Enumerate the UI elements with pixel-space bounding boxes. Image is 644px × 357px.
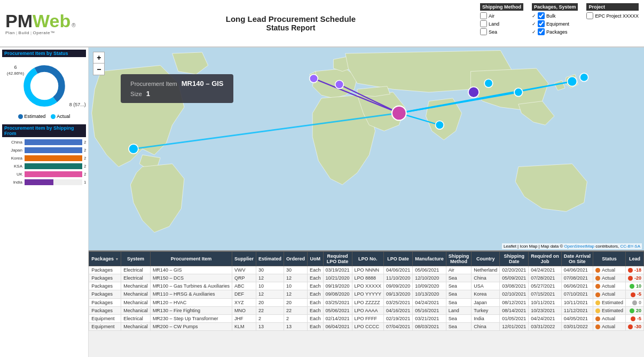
filter-land: Land [480, 20, 523, 27]
col-packages: Packages ▼ [89, 252, 121, 266]
logo-web: Web [33, 12, 70, 30]
lead-dot [628, 324, 633, 329]
lead-dot [630, 284, 634, 289]
filter-land-checkbox[interactable] [480, 20, 487, 27]
tooltip-size-value: 1 [146, 90, 150, 98]
col-lead: Lead [625, 252, 643, 266]
logo-registered: ® [72, 23, 75, 28]
bar-row-korea: Korea 2 [2, 155, 86, 161]
svg-point-16 [514, 88, 523, 97]
donut-wrapper: 6(42.86%) 8 (57...) [12, 59, 76, 113]
data-table: Packages ▼ System Procurement Item Suppl… [89, 251, 644, 331]
bar-row-uk: UK 2 [2, 171, 86, 177]
tooltip-item-label: Procurement Item [130, 81, 177, 87]
lead-dot [630, 308, 634, 313]
tooltip-item-value: MR140 – GIS [182, 80, 224, 88]
filter-packages: ✓ Packages [532, 28, 578, 35]
col-estimated: Estimated [256, 252, 284, 266]
map-tooltip: Procurement Item MR140 – GIS Size 1 [121, 74, 233, 103]
filter-project-checkbox[interactable] [586, 12, 593, 19]
svg-point-19 [468, 87, 479, 98]
packages-filter-title: Packages, System [532, 3, 578, 11]
legend-estimated-dot [18, 114, 23, 119]
col-uom: UoM [308, 252, 324, 266]
svg-point-2 [31, 73, 58, 99]
filters-area: Shipping Method Air Land Sea Packages, S… [475, 0, 644, 46]
table-row: EquipmentMechanicalMR200 – CW PumpsKLM13… [89, 322, 644, 330]
status-dot [595, 292, 600, 297]
col-req-on-job: Required onJob [529, 252, 562, 266]
zoom-in-button[interactable]: + [93, 52, 105, 64]
lead-dot [631, 292, 635, 297]
table-row: PackagesMechanicalMR100 – Gas Turbines &… [89, 282, 644, 290]
lead-dot [632, 300, 637, 305]
filter-packages-checkbox[interactable] [538, 28, 545, 35]
project-filter-title: Project [586, 3, 639, 11]
filter-air: Air [480, 12, 523, 19]
status-dot [595, 268, 600, 273]
svg-point-13 [392, 106, 406, 121]
svg-point-18 [580, 73, 588, 82]
table-header: Packages ▼ System Procurement Item Suppl… [89, 252, 644, 266]
filter-air-checkbox[interactable] [480, 12, 487, 19]
bar-chart-title: Procurement Item by Shipping From [2, 124, 86, 137]
table-row: PackagesMechanicalMR120 – HVACXYZ2020Eac… [89, 298, 644, 306]
svg-point-17 [568, 77, 577, 86]
donut-chart-title: Procurement Item by Status [2, 50, 86, 57]
filter-sea: Sea [480, 28, 523, 35]
col-shipping-method: ShippingMethod [446, 252, 472, 266]
legend-actual-dot [51, 114, 56, 119]
status-dot [595, 276, 600, 281]
left-panel: Procurement Item by Status 6(42.86%) 8 (… [0, 47, 89, 357]
svg-point-12 [335, 80, 344, 89]
map-section[interactable]: + − Procurement Item MR140 – GIS Size 1 [89, 47, 644, 250]
svg-point-11 [310, 74, 318, 83]
col-manufacture: Manufacture [413, 252, 446, 266]
legend-actual: Actual [51, 114, 70, 119]
col-country: Country [472, 252, 500, 266]
donut-chart-container: 6(42.86%) 8 (57...) Estimated [2, 58, 86, 120]
tooltip-size-label: Size [130, 91, 142, 97]
filter-equipment-checkbox[interactable] [538, 20, 545, 27]
col-lpo-date: LPO Date [384, 252, 413, 266]
shipping-filter: Shipping Method Air Land Sea [480, 3, 523, 35]
header: PMWeb ® Plan|Build|Operate™ Long Lead Pr… [0, 0, 644, 47]
status-dot [595, 316, 600, 321]
col-shipping-date: ShippingDate [500, 252, 529, 266]
donut-label-left: 6(42.86%) [7, 65, 24, 76]
page-title-main: Long Lead Procurement Schedule [226, 14, 356, 23]
col-procurement-item: Procurement Item [150, 252, 232, 266]
status-dot [595, 284, 600, 289]
map-attribution: Leaflet | Icon Map | Map data © OpenStre… [502, 243, 642, 249]
donut-svg [20, 62, 68, 110]
col-req-lpo-date: RequiredLPO Date [323, 252, 352, 266]
col-status: Status [593, 252, 625, 266]
project-filter: Project EPC Project XXXXX [586, 3, 639, 19]
filter-sea-checkbox[interactable] [480, 28, 487, 35]
col-supplier: Supplier [232, 252, 256, 266]
table-row: PackagesElectricalMR140 – GISVWV3030Each… [89, 266, 644, 274]
logo-text: PMWeb ® [5, 12, 101, 30]
bar-row-china: China 2 [2, 139, 86, 145]
packages-filter: Packages, System ✓ Bulk ✓ Equipment ✓ Pa… [532, 3, 578, 35]
filter-bulk-checkbox[interactable] [538, 12, 545, 19]
table-row: EquipmentElectricalMR230 – Step Up Trans… [89, 314, 644, 322]
filter-bulk: ✓ Bulk [532, 12, 578, 19]
logo-pm: PM [5, 12, 33, 30]
bar-chart-section: Procurement Item by Shipping From China … [0, 122, 88, 189]
filter-equipment: ✓ Equipment [532, 20, 578, 27]
legend-estimated: Estimated [18, 114, 45, 119]
lead-dot [628, 268, 633, 273]
logo: PMWeb ® Plan|Build|Operate™ [0, 0, 107, 46]
data-table-section: Packages ▼ System Procurement Item Suppl… [89, 250, 644, 357]
svg-point-15 [484, 79, 493, 88]
shipping-filter-title: Shipping Method [480, 3, 523, 11]
table-row: PackagesElectricalMR150 – DCSQRP1212Each… [89, 274, 644, 282]
zoom-out-button[interactable]: − [93, 64, 105, 75]
col-date-arrival: Date ArrivalOn Site [561, 252, 593, 266]
title-area: Long Lead Procurement Schedule Status Re… [107, 0, 475, 46]
status-dot [595, 308, 600, 313]
table-body: PackagesElectricalMR140 – GISVWV3030Each… [89, 266, 644, 331]
svg-point-10 [129, 144, 138, 154]
page-title-sub: Status Report [266, 23, 316, 32]
